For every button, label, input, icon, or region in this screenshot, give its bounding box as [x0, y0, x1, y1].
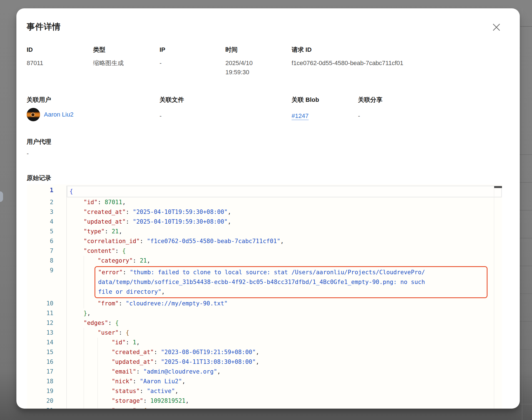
line-number: 7 [27, 246, 53, 256]
code-line: 1{ [27, 186, 502, 197]
event-details-dialog: 事件详情 ID 87011 类型 缩略图生成 IP - 时间 2025/4/10… [16, 8, 520, 409]
line-number: 21 [27, 406, 53, 409]
code-line: 21"group": { [27, 406, 502, 409]
code-line: 4"updated_at": "2025-04-10T19:59:30+08:0… [27, 217, 502, 227]
line-number: 3 [27, 207, 53, 217]
field-id-label: ID [27, 46, 43, 53]
code-line: 16"updated_at": "2025-04-11T13:08:30+08:… [27, 357, 502, 367]
code-line: 2"id": 87011, [27, 197, 502, 207]
code-line: 20"storage": 1092819521, [27, 396, 502, 406]
scrollbar-thumb[interactable] [494, 186, 502, 188]
field-linked-user: 关联用户 Aaron Liu2 [27, 96, 73, 121]
field-type-value: 缩略图生成 [93, 58, 124, 68]
field-time-value: 2025/4/10 19:59:30 [225, 58, 267, 77]
field-ip: IP - [160, 46, 165, 68]
field-ip-label: IP [160, 46, 165, 53]
user-avatar[interactable] [27, 108, 40, 121]
field-linked-user-label: 关联用户 [27, 96, 73, 103]
code-line: 9"error": "thumb: failed to clone to loc… [27, 266, 502, 299]
backdrop-floating-button-remnant [0, 191, 3, 202]
field-linked-share-label: 关联分享 [358, 96, 382, 103]
code-line: 12"edges": { [27, 318, 502, 328]
page-background: { "dialog": { "title": "事件详情" }, "fields… [0, 0, 532, 420]
code-line: 5"type": 21, [27, 227, 502, 236]
code-line: 17"email": "admin@cloudreve.org", [27, 367, 502, 377]
close-button[interactable] [490, 21, 503, 34]
user-agent-value: - [27, 149, 29, 158]
field-linked-file-value: - [160, 111, 184, 120]
field-time: 时间 2025/4/10 19:59:30 [225, 46, 267, 77]
line-number: 19 [27, 386, 53, 396]
field-ip-value: - [160, 58, 165, 68]
line-number: 17 [27, 367, 53, 377]
line-number: 12 [27, 318, 53, 328]
scrollbar-track [494, 186, 494, 409]
line-number: 6 [27, 236, 53, 246]
field-id: ID 87011 [27, 46, 43, 68]
line-number: 8 [27, 256, 53, 266]
code-line: 13"user": { [27, 328, 502, 338]
line-number: 4 [27, 217, 53, 227]
error-highlight-box: "error": "thumb: failed to clone to loca… [95, 266, 488, 298]
field-type-label: 类型 [93, 46, 124, 53]
field-linked-file: 关联文件 - [160, 96, 184, 120]
code-line: 3"created_at": "2025-04-10T19:59:30+08:0… [27, 207, 502, 217]
code-editor-lines: 1{2"id": 87011,3"created_at": "2025-04-1… [27, 186, 502, 409]
field-request-id-label: 请求 ID [292, 46, 403, 53]
code-line: 11}, [27, 308, 502, 318]
linked-blob-link[interactable]: #1247 [292, 112, 309, 119]
line-number: 18 [27, 377, 53, 386]
code-line: 15"created_at": "2023-08-06T19:21:59+08:… [27, 347, 502, 357]
line-number: 10 [27, 299, 53, 308]
field-linked-share: 关联分享 - [358, 96, 382, 120]
line-number: 1 [27, 186, 53, 195]
line-number: 2 [27, 197, 53, 207]
field-linked-share-value: - [358, 111, 382, 120]
linked-user-link[interactable]: Aaron Liu2 [44, 111, 73, 118]
line-number: 9 [27, 266, 53, 275]
field-id-value: 87011 [27, 58, 43, 68]
field-request-id-value: f1ce0762-0d55-4580-beab-7cabc711cf01 [292, 58, 403, 68]
code-line: 19"status": "active", [27, 386, 502, 396]
dialog-title: 事件详情 [27, 21, 61, 33]
field-type: 类型 缩略图生成 [93, 46, 124, 68]
raw-record-editor[interactable]: 1{2"id": 87011,3"created_at": "2025-04-1… [27, 184, 502, 409]
code-line: 18"nick": "Aaron Liu2", [27, 377, 502, 386]
line-number: 16 [27, 357, 53, 367]
close-icon [492, 23, 501, 32]
code-line: 10"from": "cloudreve://my/empty-90.txt" [27, 299, 502, 308]
code-line: 7"content": { [27, 246, 502, 256]
field-linked-blob-label: 关联 Blob [292, 96, 319, 103]
line-number: 11 [27, 308, 53, 318]
backdrop-page-remnant [520, 0, 532, 420]
code-line: 6"correlation_id": "f1ce0762-0d55-4580-b… [27, 236, 502, 246]
raw-record-label: 原始记录 [27, 174, 51, 182]
code-line: 14"id": 1, [27, 338, 502, 347]
line-number: 15 [27, 347, 53, 357]
field-time-label: 时间 [225, 46, 267, 53]
field-linked-file-label: 关联文件 [160, 96, 184, 103]
line-number: 20 [27, 396, 53, 406]
code-line: 8"category": 21, [27, 256, 502, 266]
field-request-id: 请求 ID f1ce0762-0d55-4580-beab-7cabc711cf… [292, 46, 403, 68]
line-number: 14 [27, 338, 53, 347]
field-linked-blob: 关联 Blob #1247 [292, 96, 319, 120]
line-number: 5 [27, 227, 53, 236]
backdrop-page-border [522, 8, 522, 420]
user-agent-label: 用户代理 [27, 138, 51, 145]
line-number: 13 [27, 328, 53, 338]
avatar-emblem-icon [31, 113, 35, 117]
